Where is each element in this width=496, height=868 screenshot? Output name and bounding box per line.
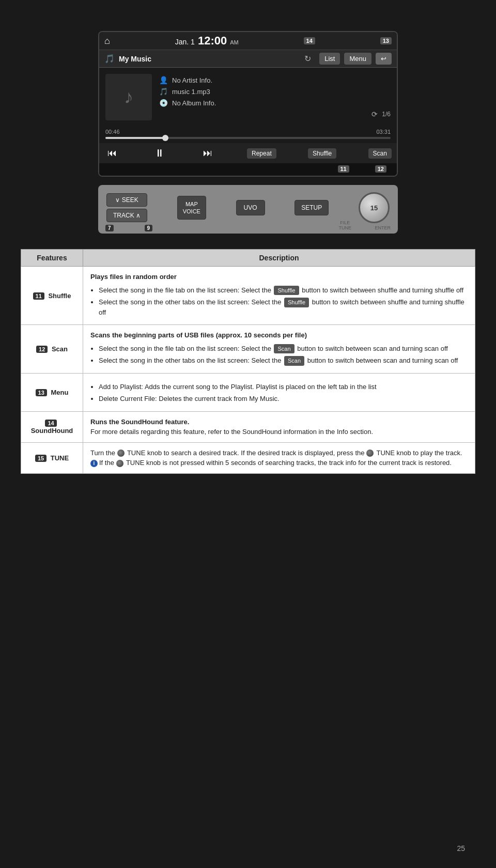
- progress-knob[interactable]: [162, 135, 168, 141]
- time-elapsed: 00:46: [105, 129, 120, 135]
- repeat-icon-display: ⟳: [371, 110, 378, 118]
- col-description-header: Description: [83, 250, 475, 267]
- artist-row: 👤 No Artist Info.: [159, 76, 391, 84]
- seek-track-group: ∨ SEEK TRACK ∧: [106, 193, 147, 222]
- uvo-button[interactable]: UVO: [236, 200, 265, 215]
- tune-knob[interactable]: 15: [359, 192, 390, 223]
- artist-text: No Artist Info.: [172, 76, 212, 84]
- song-icon: 🎵: [159, 87, 168, 96]
- feature-cell-tune: 15 TUNE: [21, 442, 83, 473]
- album-art: ♪: [105, 74, 152, 120]
- nav-bar: 🎵 My Music ↻ List Menu ↩: [99, 50, 397, 68]
- feature-cell-scan: 12 Scan: [21, 325, 83, 374]
- badge-14: 14: [304, 37, 315, 44]
- feature-badge: 15: [35, 455, 47, 462]
- repeat-button[interactable]: Repeat: [247, 148, 276, 159]
- col-features-header: Features: [21, 250, 83, 267]
- scan-button[interactable]: Scan: [368, 148, 392, 159]
- pause-button[interactable]: ⏸: [151, 146, 168, 160]
- list-button[interactable]: List: [319, 53, 340, 65]
- shuffle-button[interactable]: Shuffle: [308, 148, 336, 159]
- feature-badge: 14: [45, 420, 56, 427]
- artist-icon: 👤: [159, 76, 168, 84]
- time-label: 12:00: [198, 34, 227, 48]
- feature-badge: 11: [33, 292, 44, 300]
- track-count: 1/6: [382, 111, 391, 118]
- home-icon[interactable]: ⌂: [104, 36, 110, 47]
- song-row: 🎵 music 1.mp3: [159, 87, 391, 96]
- music-content: ♪ 👤 No Artist Info. 🎵 music 1.mp3 💿 No A…: [99, 68, 397, 127]
- time-total: 03:31: [376, 129, 391, 135]
- date-time-display: Jan. 1 12:00 AM: [175, 34, 239, 48]
- hw-badge-row: 7 9: [105, 225, 152, 231]
- screen-header: ⌂ Jan. 1 12:00 AM 14 13: [99, 32, 397, 50]
- badge-row: 11 12: [99, 163, 397, 176]
- feature-badge: 12: [36, 346, 48, 353]
- controls-bar: ⏮ ⏸ ⏭ Repeat Shuffle Scan: [99, 143, 397, 163]
- progress-fill: [105, 137, 168, 139]
- album-text: No Album Info.: [172, 99, 216, 107]
- desc-cell-menu: Add to Playlist: Adds the current song t…: [83, 373, 475, 411]
- album-icon: 💿: [159, 99, 168, 107]
- song-text: music 1.mp3: [172, 88, 210, 96]
- tune-knob-badge: 15: [370, 204, 378, 212]
- badge-11: 11: [338, 165, 349, 173]
- back-button[interactable]: ↩: [376, 53, 392, 65]
- refresh-icon[interactable]: ↻: [304, 54, 311, 64]
- features-table: Features Description 11 ShufflePlays fil…: [21, 249, 475, 474]
- desc-cell-shuffle: Plays files in random orderSelect the so…: [83, 267, 475, 325]
- progress-times: 00:46 03:31: [105, 129, 391, 135]
- desc-cell-soundhound: Runs the SoundHound feature.For more det…: [83, 411, 475, 442]
- map-voice-button[interactable]: MAP VOICE: [177, 196, 206, 220]
- album-row: 💿 No Album Info.: [159, 99, 391, 107]
- feature-cell-menu: 13 Menu: [21, 373, 83, 411]
- ampm-label: AM: [230, 39, 239, 45]
- feature-cell-shuffle: 11 Shuffle: [21, 267, 83, 325]
- file-tune-label: FILE TUNE: [339, 220, 352, 230]
- track-button[interactable]: TRACK ∧: [106, 209, 147, 222]
- setup-button[interactable]: SETUP: [295, 200, 329, 215]
- desc-cell-scan: Scans the beginning parts of USB files (…: [83, 325, 475, 374]
- seek-button[interactable]: ∨ SEEK: [106, 193, 147, 207]
- progress-area: 00:46 03:31: [99, 127, 397, 143]
- hardware-buttons-panel: ∨ SEEK TRACK ∧ MAP VOICE UVO SETUP 15 7 …: [98, 185, 398, 234]
- music-source-icon: 🎵: [104, 54, 115, 64]
- date-label: Jan. 1: [175, 38, 195, 46]
- progress-bar[interactable]: [105, 137, 391, 139]
- track-info: 👤 No Artist Info. 🎵 music 1.mp3 💿 No Alb…: [159, 76, 391, 118]
- feature-cell-soundhound: 14 SoundHound: [21, 411, 83, 442]
- page-number: 25: [457, 844, 465, 853]
- menu-button[interactable]: Menu: [344, 53, 371, 65]
- source-label: My Music: [119, 55, 300, 63]
- badge-12: 12: [375, 165, 386, 173]
- badge-13: 13: [380, 37, 392, 44]
- next-button[interactable]: ⏭: [200, 147, 215, 160]
- hw-badge-9: 9: [145, 225, 153, 231]
- hw-badge-7: 7: [105, 225, 114, 231]
- music-screen: ⌂ Jan. 1 12:00 AM 14 13 🎵 My Music ↻ Lis…: [98, 31, 398, 177]
- feature-badge: 13: [36, 389, 47, 396]
- desc-cell-tune: Turn the TUNE knob to search a desired t…: [83, 442, 475, 473]
- prev-button[interactable]: ⏮: [104, 147, 120, 160]
- enter-label: ENTER: [375, 225, 391, 230]
